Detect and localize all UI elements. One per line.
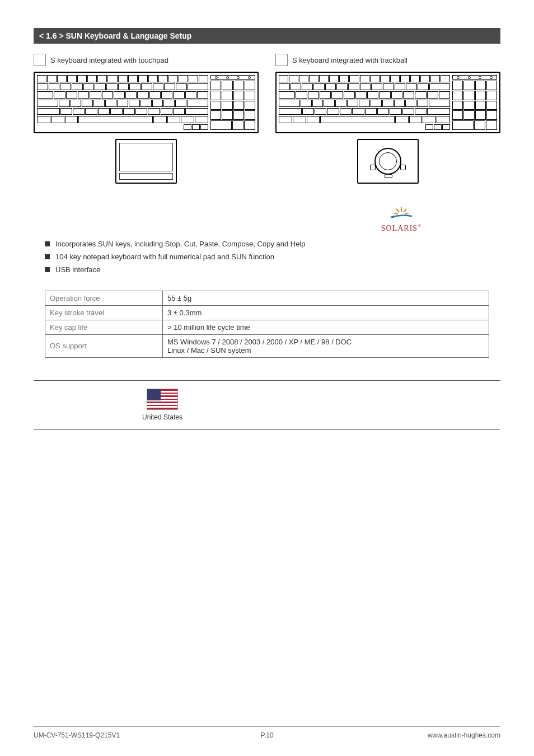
touchpad-illustration: [115, 139, 177, 184]
layout-checkbox: [275, 54, 288, 66]
footer-url: www.austin-hughes.com: [428, 731, 500, 739]
flag-caption: United States: [112, 413, 213, 421]
table-row: Key cap life > 10 million life cycle tim…: [45, 320, 489, 334]
svg-line-3: [394, 213, 398, 214]
list-item: Incorporates SUN keys, including Stop, C…: [45, 240, 500, 248]
feature-list: Incorporates SUN keys, including Stop, C…: [45, 240, 500, 274]
footer-doc-id: UM-CV-751-WS119-Q215V1: [34, 731, 120, 739]
bullet-icon: [45, 254, 50, 259]
layout-trackball: S keyboard integrated with trackball: [275, 54, 500, 184]
spec-value: > 10 million life cycle time: [163, 320, 489, 334]
keyboard-layouts: S keyboard integrated with touchpad: [34, 54, 500, 184]
list-item: USB interface: [45, 265, 500, 274]
section-header: < 1.6 > SUN Keyboard & Language Setup: [34, 28, 500, 44]
spec-name: Key cap life: [45, 320, 163, 334]
spec-value: MS Windows 7 / 2008 / 2003 / 2000 / XP /…: [163, 334, 489, 357]
spec-value: 55 ± 5g: [163, 291, 489, 305]
list-item: 104 key notepad keyboard with full numer…: [45, 253, 500, 261]
keyboard-illustration-touchpad: [34, 72, 259, 133]
svg-line-2: [404, 209, 406, 212]
layout-label-trackball: S keyboard integrated with trackball: [275, 54, 500, 66]
language-section: United States: [34, 380, 500, 430]
flag-wrap: United States: [112, 389, 213, 421]
layout-checkbox: [34, 54, 46, 66]
us-flag-icon: [147, 389, 178, 410]
layout-label-text: S keyboard integrated with trackball: [292, 56, 407, 64]
spec-value: 3 ± 0.3mm: [163, 305, 489, 320]
svg-line-1: [396, 209, 399, 212]
sun-icon: [381, 206, 421, 223]
spec-name: OS support: [45, 334, 163, 357]
trackball-illustration: [357, 139, 419, 184]
trackball-ball: [374, 148, 401, 175]
spec-name: Operation force: [45, 291, 163, 305]
layout-label-touchpad: S keyboard integrated with touchpad: [34, 54, 259, 66]
spec-table: Operation force 55 ± 5g Key stroke trave…: [45, 291, 489, 358]
solaris-brand-text: SOLARIS®: [381, 223, 421, 233]
layout-touchpad: S keyboard integrated with touchpad: [34, 54, 259, 184]
solaris-logo: SOLARIS®: [34, 206, 500, 233]
footer: UM-CV-751-WS119-Q215V1 P.10 www.austin-h…: [34, 726, 500, 739]
touchpad-button: [119, 173, 173, 180]
layout-label-text: S keyboard integrated with touchpad: [50, 56, 168, 64]
touchpad-surface: [119, 143, 173, 171]
table-row: OS support MS Windows 7 / 2008 / 2003 / …: [45, 334, 489, 357]
bullet-icon: [45, 267, 50, 272]
bullet-icon: [45, 241, 50, 246]
svg-line-4: [405, 213, 409, 214]
keyboard-illustration-trackball: [275, 72, 500, 133]
footer-page: P.10: [260, 731, 273, 739]
table-row: Key stroke travel 3 ± 0.3mm: [45, 305, 489, 320]
spec-name: Key stroke travel: [45, 305, 163, 320]
table-row: Operation force 55 ± 5g: [45, 291, 489, 305]
